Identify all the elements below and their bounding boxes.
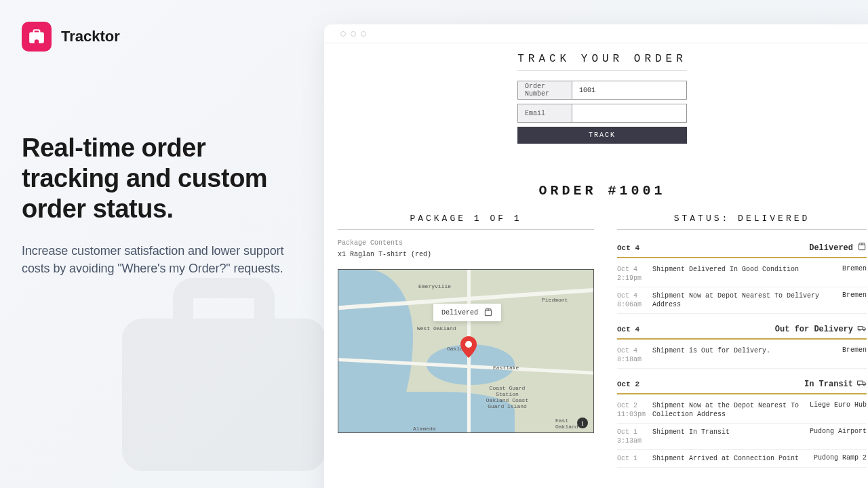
track-button[interactable]: TRACK: [517, 127, 687, 144]
event-time: Oct 48:06am: [617, 291, 652, 309]
window-dot: [351, 31, 356, 37]
map-label: Alameda: [413, 426, 436, 432]
email-input[interactable]: [572, 104, 686, 122]
status-event: Oct 1Shipment Arrived at Connection Poin…: [617, 450, 867, 468]
tooltip-text: Delivered: [441, 309, 478, 317]
contents-item: x1 Raglan T-shirt (red): [338, 251, 594, 258]
window-dot: [340, 31, 346, 37]
map-label: West Oakland: [417, 325, 456, 331]
map-label: Coast Guard Station Oakland Coast Guard …: [484, 385, 531, 409]
package-heading: PACKAGE 1 OF 1: [338, 214, 594, 224]
map-tooltip: Delivered: [433, 304, 501, 321]
track-heading: TRACK YOUR ORDER: [338, 53, 867, 65]
browser-frame: TRACK YOUR ORDER Order Number 1001 Email…: [324, 24, 868, 488]
svg-point-7: [859, 384, 860, 386]
window-dot: [361, 31, 366, 37]
event-time: Oct 1: [617, 454, 652, 463]
event-location: Pudong Ramp 2: [814, 454, 867, 463]
event-location: Pudong Airport: [810, 428, 867, 445]
status-event: Oct 48:06amShipment Now at Depot Nearest…: [617, 287, 867, 314]
watermark-logo: [102, 258, 346, 488]
status-event: Oct 48:18amShipment is Out for Delivery.…: [617, 342, 867, 369]
contents-label: Package Contents: [338, 239, 594, 247]
package-column: PACKAGE 1 OF 1 Package Contents x1 Ragla…: [338, 214, 594, 468]
email-label: Email: [518, 104, 572, 122]
svg-rect-3: [858, 327, 863, 330]
delivery-icon: [857, 323, 867, 336]
tracking-app: TRACK YOUR ORDER Order Number 1001 Email…: [324, 43, 868, 468]
svg-point-4: [859, 329, 860, 331]
event-message: Shipment Now at the Depot Nearest To Col…: [652, 401, 810, 419]
map-info-button[interactable]: i: [577, 418, 588, 428]
status-group-header: Oct 4Out for Delivery: [617, 321, 867, 340]
map-pin-icon: [460, 336, 477, 358]
event-time: Oct 48:18am: [617, 346, 652, 364]
event-time: Oct 13:13am: [617, 428, 652, 445]
order-heading: ORDER #1001: [338, 183, 867, 199]
headline: Real-time order tracking and custom orde…: [22, 133, 286, 224]
status-date: Oct 4: [617, 325, 639, 333]
map-label: Eastlake: [493, 365, 519, 371]
status-group-header: Oct 4Delivered: [617, 239, 867, 258]
order-number-field[interactable]: Order Number 1001: [517, 81, 687, 100]
status-column: STATUS: DELIVERED Oct 4DeliveredOct 42:1…: [617, 214, 867, 468]
event-location: Bremen: [842, 291, 867, 309]
map-label: Emeryville: [418, 283, 451, 289]
event-message: Shipment In Transit: [652, 428, 810, 445]
event-message: Shipment Delivered In Good Condition: [652, 265, 842, 283]
svg-rect-2: [859, 245, 865, 250]
order-number-input[interactable]: 1001: [572, 81, 686, 99]
map[interactable]: Emeryville Piedmont West Oakland Oakland…: [338, 269, 594, 433]
status-date: Oct 4: [617, 244, 639, 252]
svg-point-1: [465, 341, 472, 348]
event-message: Shipment Arrived at Connection Point: [652, 454, 814, 463]
package-icon: [857, 242, 867, 254]
email-field[interactable]: Email: [517, 104, 687, 123]
status-heading: STATUS: DELIVERED: [617, 214, 867, 224]
status-label: In Transit: [804, 378, 867, 390]
svg-rect-6: [858, 381, 863, 384]
status-event: Oct 211:03pmShipment Now at the Depot Ne…: [617, 397, 867, 424]
event-location: Liege Euro Hub: [810, 401, 867, 419]
brand-name: Tracktor: [61, 28, 120, 45]
brand-logo-icon: [22, 22, 52, 52]
event-message: Shipment Now at Depot Nearest To Deliver…: [652, 291, 842, 309]
order-number-label: Order Number: [518, 81, 572, 99]
subheadline: Increase customer satisfaction and lower…: [22, 243, 286, 277]
svg-rect-0: [485, 310, 491, 316]
event-time: Oct 211:03pm: [617, 401, 652, 419]
truck-icon: [857, 378, 867, 390]
status-event: Oct 13:13amShipment In TransitPudong Air…: [617, 424, 867, 450]
map-label: Piedmont: [542, 297, 568, 303]
event-message: Shipment is Out for Delivery.: [652, 346, 842, 364]
event-location: Bremen: [842, 265, 867, 283]
status-label: Out for Delivery: [775, 323, 867, 336]
marketing-panel: Tracktor Real-time order tracking and cu…: [22, 22, 286, 277]
status-group-header: Oct 2In Transit: [617, 375, 867, 394]
divider: [617, 229, 867, 230]
brand-row: Tracktor: [22, 22, 286, 52]
divider: [338, 229, 594, 230]
event-location: Bremen: [842, 346, 867, 364]
status-label: Delivered: [809, 242, 867, 254]
svg-point-5: [863, 329, 865, 331]
browser-chrome: [324, 24, 868, 43]
package-icon: [484, 308, 493, 317]
divider: [517, 70, 687, 71]
svg-point-8: [863, 384, 865, 386]
status-date: Oct 2: [617, 380, 639, 388]
status-event: Oct 42:19pmShipment Delivered In Good Co…: [617, 261, 867, 287]
event-time: Oct 42:19pm: [617, 265, 652, 283]
